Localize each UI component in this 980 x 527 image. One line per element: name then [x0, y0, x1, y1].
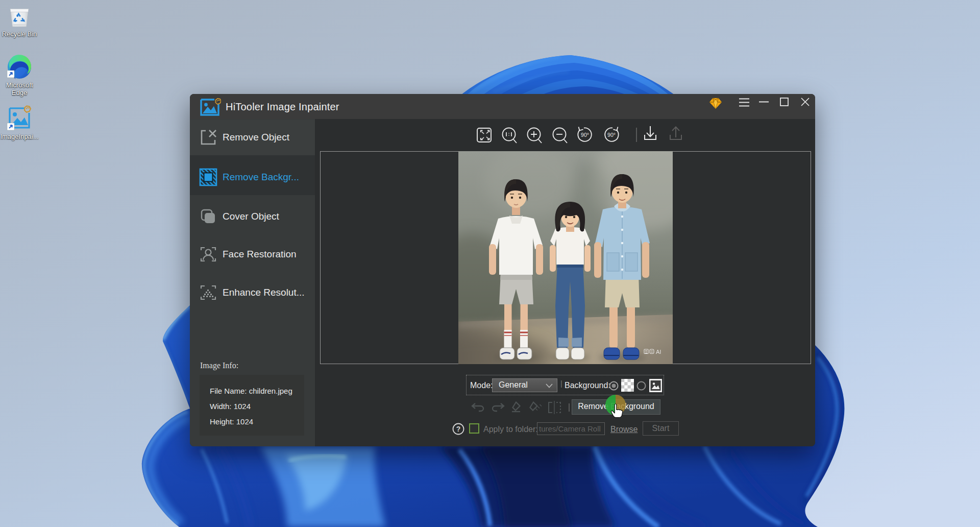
svg-text:?: ?	[456, 425, 461, 433]
svg-text:AI: AI	[656, 349, 661, 355]
svg-text:90°: 90°	[607, 132, 616, 138]
svg-text:90°: 90°	[581, 132, 589, 138]
